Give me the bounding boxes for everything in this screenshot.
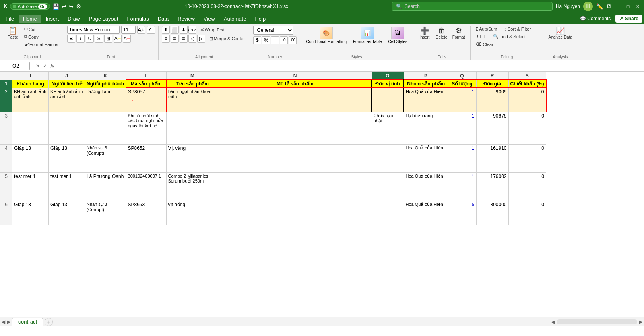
cell-5-r[interactable]: 176002 <box>476 172 508 201</box>
font-size-input[interactable] <box>121 26 136 34</box>
format-button[interactable]: ⚙ Format <box>450 26 467 41</box>
cell-4-k[interactable]: Nhân sự 3 (Corrupt) <box>85 144 126 172</box>
menu-insert[interactable]: Insert <box>42 15 63 23</box>
spreadsheet-body[interactable]: I J K L M N O P Q R S 1 Khách hàng <box>0 72 644 317</box>
col-header-k[interactable]: K <box>85 72 126 80</box>
find-select-button[interactable]: 🔍 Find & Select <box>491 33 527 40</box>
cell-1-j[interactable]: Người liên hệ <box>49 80 85 88</box>
analyze-data-button[interactable]: 📈 Analyze Data <box>546 26 574 41</box>
currency-button[interactable]: $ <box>253 36 261 44</box>
cell-1-k[interactable]: Người phụ trách <box>85 80 126 88</box>
cancel-formula-icon[interactable]: ✕ <box>36 63 40 69</box>
cell-3-l[interactable]: Khi có phát sinh các buổi nghi nửa ngày … <box>126 112 166 144</box>
wrap-text-button[interactable]: ⏎ Wrap Text <box>199 27 226 33</box>
align-right-button[interactable]: ≡ <box>180 35 188 43</box>
save-icon[interactable]: 💾 <box>52 3 59 10</box>
cell-3-p[interactable]: Hạt điều rang <box>404 112 448 144</box>
cut-button[interactable]: ✂ Cut <box>23 26 60 33</box>
cell-3-i[interactable] <box>12 112 49 144</box>
col-header-j[interactable]: J <box>49 72 85 80</box>
scroll-left-icon[interactable]: ◀ <box>2 319 5 325</box>
col-header-o[interactable]: O <box>372 72 404 80</box>
cell-5-q[interactable]: 1 <box>448 172 476 201</box>
cell-4-j[interactable]: Giáp 13 <box>49 144 85 172</box>
text-angle-button[interactable]: ab↗ <box>188 26 196 34</box>
border-button[interactable]: ⊞ <box>104 35 112 43</box>
scroll-right-icon[interactable]: ▶ <box>7 319 10 325</box>
format-as-table-button[interactable]: 📊 Format as Table <box>351 26 384 45</box>
cell-6-r[interactable]: 300000 <box>476 201 508 225</box>
cell-3-s[interactable]: 0 <box>508 112 546 144</box>
cell-5-m[interactable]: Combo 2 Milaganics Serum bưởi 250ml <box>166 172 219 201</box>
cell-1-r[interactable]: Đơn giá <box>476 80 508 88</box>
maximize-button[interactable]: □ <box>625 3 631 10</box>
col-header-p[interactable]: P <box>404 72 448 80</box>
font-decrease-button[interactable]: A- <box>147 26 155 34</box>
cell-5-s[interactable]: 0 <box>508 172 546 201</box>
cell-2-l[interactable]: → SP8057 <box>126 88 166 112</box>
cell-2-s[interactable]: 0 <box>508 88 546 112</box>
col-header-m[interactable]: M <box>166 72 219 80</box>
align-bottom-button[interactable]: ⬇ <box>180 26 188 34</box>
formula-input[interactable] <box>56 62 642 70</box>
col-header-i[interactable]: I <box>12 72 49 80</box>
cell-5-p[interactable]: Hoa Quả của Hiền <box>404 172 448 201</box>
add-sheet-button[interactable]: + <box>45 318 53 326</box>
number-format-dropdown[interactable]: General <box>253 26 293 35</box>
cell-1-s[interactable]: Chiết khấu (%) <box>508 80 546 88</box>
align-top-button[interactable]: ⬆ <box>162 26 170 34</box>
cell-6-o[interactable] <box>372 201 404 225</box>
cell-2-r[interactable]: 9009 <box>476 88 508 112</box>
cell-2-n[interactable] <box>219 88 372 112</box>
font-name-input[interactable] <box>67 26 120 34</box>
menu-formulas[interactable]: Formulas <box>123 15 153 23</box>
percent-button[interactable]: % <box>262 36 270 44</box>
clear-button[interactable]: ⌫ Clear <box>474 41 495 48</box>
cell-4-s[interactable]: 0 <box>508 144 546 172</box>
decrease-decimal-button[interactable]: .0 <box>280 36 288 44</box>
underline-button[interactable]: U <box>86 35 94 43</box>
decrease-indent-button[interactable]: ◁ <box>188 35 196 43</box>
col-header-r[interactable]: R <box>476 72 508 80</box>
cell-5-n[interactable] <box>219 172 372 201</box>
cell-4-n[interactable] <box>219 144 372 172</box>
cell-6-l[interactable]: SP8653 <box>126 201 166 225</box>
cell-4-r[interactable]: 161910 <box>476 144 508 172</box>
cell-6-n[interactable] <box>219 201 372 225</box>
align-middle-button[interactable]: ⬜ <box>171 26 179 34</box>
cell-4-l[interactable]: SP8652 <box>126 144 166 172</box>
cell-1-i[interactable]: Khách hàng <box>12 80 49 88</box>
insert-button[interactable]: ➕ Insert <box>417 26 433 41</box>
cell-3-j[interactable] <box>49 112 85 144</box>
cell-6-q[interactable]: 5 <box>448 201 476 225</box>
comments-button[interactable]: 💬 Comments <box>578 15 613 22</box>
menu-draw[interactable]: Draw <box>64 15 84 23</box>
cell-4-m[interactable]: Vịt vàng <box>166 144 219 172</box>
cell-2-j[interactable]: KH anh ánh ảnh anh ảnh <box>49 88 85 112</box>
cell-2-m[interactable]: bánh ngọt nhân khoai môn <box>166 88 219 112</box>
cell-1-l[interactable]: Mã sản phẩm <box>126 80 166 88</box>
cell-5-i[interactable]: test mer 1 <box>12 172 49 201</box>
cell-1-o[interactable]: Đơn vị tính <box>372 80 404 88</box>
fill-color-button[interactable]: A▬ <box>114 35 122 43</box>
col-header-l[interactable]: L <box>126 72 166 80</box>
pen-icon[interactable]: ✏️ <box>596 3 603 10</box>
format-painter-button[interactable]: 🖌 Format Painter <box>23 41 60 48</box>
cell-3-k[interactable] <box>85 112 126 144</box>
delete-button[interactable]: 🗑 Delete <box>433 26 450 41</box>
strikethrough-button[interactable]: S <box>95 35 103 43</box>
cell-styles-button[interactable]: 🖼 Cell Styles <box>386 26 410 45</box>
cell-1-m[interactable]: Tên sản phẩm <box>166 80 219 88</box>
more-tools-icon[interactable]: ⚙ <box>76 3 81 10</box>
cell-3-m[interactable] <box>166 112 219 144</box>
italic-button[interactable]: I <box>76 35 85 43</box>
cell-reference-input[interactable] <box>2 62 30 70</box>
merge-center-button[interactable]: ⊞ Merge & Center <box>208 35 247 42</box>
copy-button[interactable]: ⧉ Copy <box>23 33 60 40</box>
cell-5-l[interactable]: 300102400007 1 <box>126 172 166 201</box>
cell-4-i[interactable]: Giáp 13 <box>12 144 49 172</box>
cell-4-q[interactable]: 1 <box>448 144 476 172</box>
share-button[interactable]: ↗ Share <box>615 15 642 23</box>
menu-file[interactable]: File <box>2 15 18 23</box>
undo-icon[interactable]: ↩ <box>62 3 66 10</box>
